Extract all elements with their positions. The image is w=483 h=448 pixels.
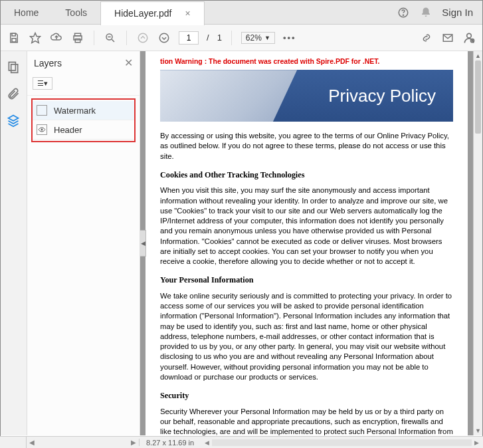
svg-point-12 xyxy=(159,33,169,43)
layer-row-watermark[interactable]: Watermark xyxy=(33,101,134,120)
print-icon[interactable] xyxy=(71,31,84,45)
scroll-down-arrow[interactable]: ▼ xyxy=(474,426,482,435)
sign-in-link[interactable]: Sign In xyxy=(442,7,473,18)
evaluation-warning: tion Warning : The document was created … xyxy=(160,56,453,66)
page-down-icon[interactable] xyxy=(157,31,171,45)
page-up-icon[interactable] xyxy=(136,31,149,45)
tab-home[interactable]: Home xyxy=(1,1,52,25)
svg-marker-20 xyxy=(8,116,18,121)
save-icon[interactable] xyxy=(7,31,21,45)
page-number-input[interactable] xyxy=(179,31,199,45)
page-total: 1 xyxy=(217,33,222,43)
layers-panel-close-icon[interactable]: ✕ xyxy=(124,56,133,69)
layers-panel: Layers ✕ ☰▾ Watermark Header xyxy=(27,51,140,435)
pdf-page: tion Warning : The document was created … xyxy=(145,51,468,435)
tab-document[interactable]: HideLayer.pdf × xyxy=(100,1,205,25)
svg-marker-4 xyxy=(31,33,41,43)
zoom-out-icon[interactable] xyxy=(104,31,117,45)
scroll-up-arrow[interactable]: ▲ xyxy=(474,51,482,60)
more-icon[interactable]: ••• xyxy=(283,31,296,45)
svg-line-9 xyxy=(112,39,114,42)
page-separator: / xyxy=(207,33,209,43)
document-viewport: ◀ tion Warning : The document was create… xyxy=(140,51,482,435)
doc-heading-security: Security xyxy=(160,390,453,401)
doc-heading-cookies: Cookies and Other Tracking Technologies xyxy=(160,169,453,180)
layers-panel-title: Layers xyxy=(34,58,62,68)
tab-close-icon[interactable]: × xyxy=(185,8,190,19)
svg-rect-18 xyxy=(9,62,15,71)
account-icon[interactable] xyxy=(462,31,476,45)
layer-visibility-toggle[interactable] xyxy=(37,124,47,135)
doc-heading-personal: Your Personal Information xyxy=(160,275,453,285)
page-dimensions: 8.27 x 11.69 in xyxy=(140,439,201,447)
svg-point-1 xyxy=(403,15,404,15)
layer-label: Watermark xyxy=(54,106,96,116)
layer-label: Header xyxy=(54,125,82,135)
layers-options-button[interactable]: ☰▾ xyxy=(33,77,52,90)
doc-paragraph: When you visit this site, you may surf t… xyxy=(160,185,453,267)
panel-hscroll[interactable]: ◀▶ xyxy=(27,439,140,446)
layer-visibility-toggle[interactable] xyxy=(37,105,47,116)
layers-highlight-box: Watermark Header xyxy=(31,98,136,142)
tab-tools[interactable]: Tools xyxy=(52,1,100,25)
status-bar: ◀▶ 8.27 x 11.69 in ◀ ▶ xyxy=(0,436,483,448)
tab-document-label: HideLayer.pdf xyxy=(114,8,171,19)
tab-bar: Home Tools HideLayer.pdf × Sign In xyxy=(1,1,482,25)
document-hscroll[interactable]: ◀ ▶ xyxy=(201,439,483,446)
cloud-upload-icon[interactable] xyxy=(50,31,63,45)
help-icon[interactable] xyxy=(397,6,410,19)
thumbnails-icon[interactable] xyxy=(7,60,21,75)
scroll-thumb[interactable] xyxy=(475,60,481,134)
doc-paragraph: We take online security seriously and is… xyxy=(160,291,453,382)
document-banner: Privacy Policy xyxy=(160,70,453,122)
svg-point-14 xyxy=(467,33,472,38)
toolbar: / 1 62%▼ ••• xyxy=(1,25,482,51)
bell-icon[interactable] xyxy=(419,6,433,19)
attachments-icon[interactable] xyxy=(7,87,21,102)
layers-icon[interactable] xyxy=(7,114,21,128)
nav-rail xyxy=(1,51,27,435)
svg-point-21 xyxy=(41,129,43,130)
link-icon[interactable] xyxy=(420,31,433,45)
doc-intro: By accessing or using this website, you … xyxy=(160,131,453,162)
mail-icon[interactable] xyxy=(441,31,454,45)
zoom-dropdown[interactable]: 62%▼ xyxy=(241,32,275,44)
zoom-value: 62% xyxy=(246,33,262,43)
svg-rect-3 xyxy=(12,38,16,41)
panel-collapse-handle[interactable]: ◀ xyxy=(140,230,146,257)
banner-title: Privacy Policy xyxy=(328,84,436,108)
doc-paragraph: Security Wherever your Personal Informat… xyxy=(160,407,453,435)
main-area: Layers ✕ ☰▾ Watermark Header ◀ tion Warn… xyxy=(1,51,482,435)
svg-point-11 xyxy=(138,33,147,43)
layer-row-header[interactable]: Header xyxy=(33,120,134,140)
vertical-scrollbar[interactable]: ▲ ▼ xyxy=(473,51,482,435)
star-icon[interactable] xyxy=(29,31,42,45)
svg-rect-19 xyxy=(11,64,17,73)
svg-rect-2 xyxy=(12,33,15,36)
